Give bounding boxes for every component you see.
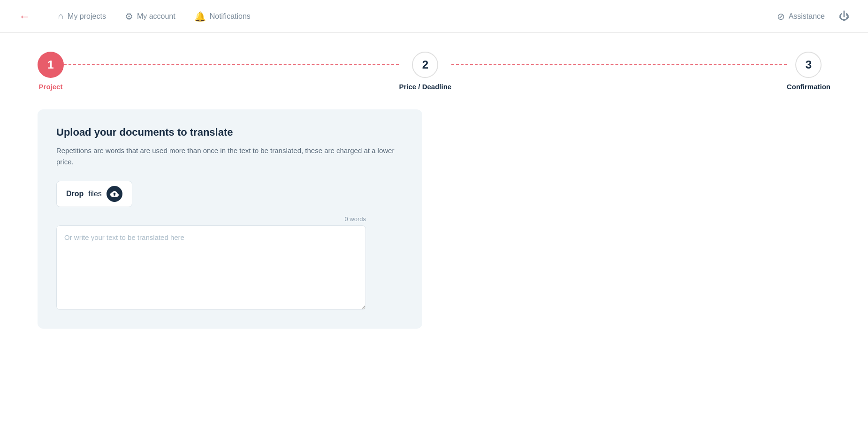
back-arrow-icon: ← [19,10,30,23]
step-1: 1 Project [38,52,64,91]
step-2-label: Price / Deadline [399,83,451,91]
nav-assistance-label: Assistance [789,12,825,21]
nav-notifications-label: Notifications [210,12,251,21]
step-1-number: 1 [47,58,53,71]
header-right: ⊘ Assistance ⏻ [777,10,849,23]
step-2-circle: 2 [412,52,438,78]
nav-my-projects-label: My projects [68,12,106,21]
power-icon: ⏻ [839,10,849,22]
step-1-label: Project [39,83,63,91]
home-icon: ⌂ [58,11,64,22]
step-3-label: Confirmation [787,83,830,91]
nav-my-account-label: My account [137,12,175,21]
drop-files-button[interactable]: Drop files [56,181,132,207]
drop-label-bold: Drop [66,190,84,198]
card-title: Upload your documents to translate [56,126,404,139]
header-left: ← [19,10,30,23]
bell-icon: 🔔 [194,11,206,22]
power-button[interactable]: ⏻ [839,10,849,23]
upload-card: Upload your documents to translate Repet… [38,109,422,329]
step-line-1 [64,64,399,65]
main-content: 1 Project 2 Price / Deadline 3 Confirmat… [0,33,868,347]
step-3: 3 Confirmation [787,52,830,91]
translation-text-input[interactable] [56,225,366,310]
drop-label-rest: files [88,190,101,198]
step-3-number: 3 [806,58,812,71]
nav-my-account[interactable]: ⚙ My account [125,11,175,22]
step-1-circle: 1 [38,52,64,78]
card-description: Repetitions are words that are used more… [56,145,404,168]
stepper: 1 Project 2 Price / Deadline 3 Confirmat… [38,52,830,91]
step-2: 2 Price / Deadline [399,52,451,91]
nav-my-projects[interactable]: ⌂ My projects [58,11,106,22]
nav-notifications[interactable]: 🔔 Notifications [194,11,251,22]
word-count: 0 words [56,216,366,223]
step-3-circle: 3 [795,52,822,78]
header: ← ⌂ My projects ⚙ My account 🔔 Notificat… [0,0,868,33]
help-icon: ⊘ [777,11,785,22]
header-nav: ⌂ My projects ⚙ My account 🔔 Notificatio… [58,11,251,22]
step-2-number: 2 [422,58,428,71]
back-button[interactable]: ← [19,10,30,23]
upload-cloud-icon [107,186,122,202]
gear-icon: ⚙ [125,11,133,22]
nav-assistance[interactable]: ⊘ Assistance [777,11,825,22]
step-line-2 [451,64,786,65]
